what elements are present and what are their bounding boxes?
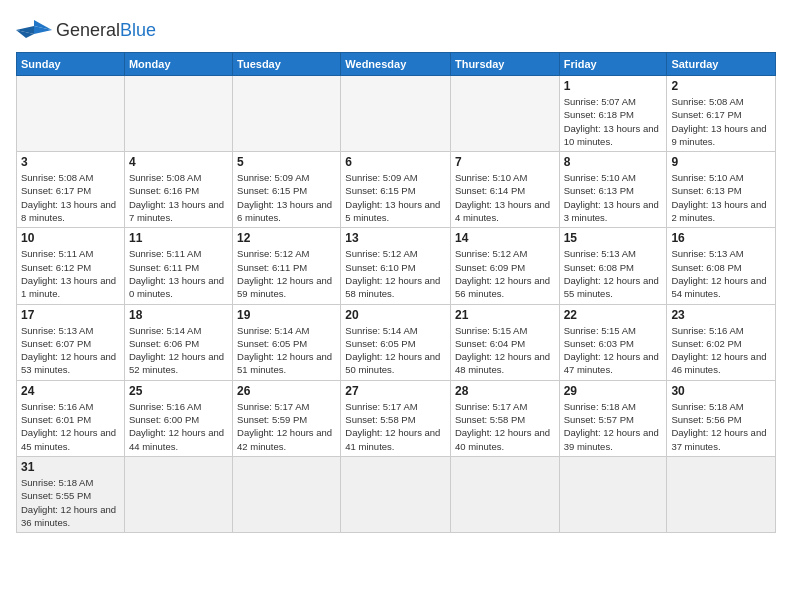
calendar-cell (559, 456, 667, 532)
day-info: Sunrise: 5:16 AM Sunset: 6:00 PM Dayligh… (129, 400, 228, 453)
day-number: 21 (455, 308, 555, 322)
day-info: Sunrise: 5:14 AM Sunset: 6:06 PM Dayligh… (129, 324, 228, 377)
day-number: 28 (455, 384, 555, 398)
day-info: Sunrise: 5:13 AM Sunset: 6:08 PM Dayligh… (671, 247, 771, 300)
day-info: Sunrise: 5:15 AM Sunset: 6:04 PM Dayligh… (455, 324, 555, 377)
header: GeneralBlue (16, 16, 776, 44)
day-info: Sunrise: 5:10 AM Sunset: 6:13 PM Dayligh… (671, 171, 771, 224)
day-info: Sunrise: 5:13 AM Sunset: 6:08 PM Dayligh… (564, 247, 663, 300)
calendar-cell: 26Sunrise: 5:17 AM Sunset: 5:59 PM Dayli… (233, 380, 341, 456)
calendar-cell: 2Sunrise: 5:08 AM Sunset: 6:17 PM Daylig… (667, 76, 776, 152)
weekday-header-wednesday: Wednesday (341, 53, 451, 76)
day-info: Sunrise: 5:15 AM Sunset: 6:03 PM Dayligh… (564, 324, 663, 377)
logo-general: GeneralBlue (56, 20, 156, 40)
calendar-cell: 1Sunrise: 5:07 AM Sunset: 6:18 PM Daylig… (559, 76, 667, 152)
day-number: 4 (129, 155, 228, 169)
day-info: Sunrise: 5:17 AM Sunset: 5:58 PM Dayligh… (345, 400, 446, 453)
calendar-cell: 28Sunrise: 5:17 AM Sunset: 5:58 PM Dayli… (450, 380, 559, 456)
weekday-header-sunday: Sunday (17, 53, 125, 76)
calendar-cell (341, 76, 451, 152)
page: GeneralBlue SundayMondayTuesdayWednesday… (0, 0, 792, 612)
day-info: Sunrise: 5:10 AM Sunset: 6:13 PM Dayligh… (564, 171, 663, 224)
logo-icon (16, 16, 52, 44)
calendar-cell: 12Sunrise: 5:12 AM Sunset: 6:11 PM Dayli… (233, 228, 341, 304)
day-info: Sunrise: 5:07 AM Sunset: 6:18 PM Dayligh… (564, 95, 663, 148)
day-info: Sunrise: 5:08 AM Sunset: 6:17 PM Dayligh… (21, 171, 120, 224)
day-info: Sunrise: 5:18 AM Sunset: 5:56 PM Dayligh… (671, 400, 771, 453)
calendar-cell: 14Sunrise: 5:12 AM Sunset: 6:09 PM Dayli… (450, 228, 559, 304)
calendar-header: SundayMondayTuesdayWednesdayThursdayFrid… (17, 53, 776, 76)
day-number: 7 (455, 155, 555, 169)
day-info: Sunrise: 5:14 AM Sunset: 6:05 PM Dayligh… (237, 324, 336, 377)
calendar-cell: 17Sunrise: 5:13 AM Sunset: 6:07 PM Dayli… (17, 304, 125, 380)
day-info: Sunrise: 5:12 AM Sunset: 6:10 PM Dayligh… (345, 247, 446, 300)
day-number: 25 (129, 384, 228, 398)
day-info: Sunrise: 5:09 AM Sunset: 6:15 PM Dayligh… (345, 171, 446, 224)
day-number: 10 (21, 231, 120, 245)
day-number: 13 (345, 231, 446, 245)
day-number: 11 (129, 231, 228, 245)
day-number: 22 (564, 308, 663, 322)
calendar-cell: 6Sunrise: 5:09 AM Sunset: 6:15 PM Daylig… (341, 152, 451, 228)
calendar-cell: 5Sunrise: 5:09 AM Sunset: 6:15 PM Daylig… (233, 152, 341, 228)
day-info: Sunrise: 5:13 AM Sunset: 6:07 PM Dayligh… (21, 324, 120, 377)
calendar-cell: 21Sunrise: 5:15 AM Sunset: 6:04 PM Dayli… (450, 304, 559, 380)
day-number: 29 (564, 384, 663, 398)
day-number: 5 (237, 155, 336, 169)
day-number: 23 (671, 308, 771, 322)
day-number: 1 (564, 79, 663, 93)
logo-text: GeneralBlue (56, 21, 156, 40)
calendar-cell: 24Sunrise: 5:16 AM Sunset: 6:01 PM Dayli… (17, 380, 125, 456)
day-info: Sunrise: 5:11 AM Sunset: 6:11 PM Dayligh… (129, 247, 228, 300)
calendar-cell: 27Sunrise: 5:17 AM Sunset: 5:58 PM Dayli… (341, 380, 451, 456)
calendar-cell: 23Sunrise: 5:16 AM Sunset: 6:02 PM Dayli… (667, 304, 776, 380)
calendar-week-0: 1Sunrise: 5:07 AM Sunset: 6:18 PM Daylig… (17, 76, 776, 152)
calendar-cell: 16Sunrise: 5:13 AM Sunset: 6:08 PM Dayli… (667, 228, 776, 304)
day-info: Sunrise: 5:11 AM Sunset: 6:12 PM Dayligh… (21, 247, 120, 300)
day-info: Sunrise: 5:16 AM Sunset: 6:02 PM Dayligh… (671, 324, 771, 377)
calendar-cell (124, 456, 232, 532)
day-number: 3 (21, 155, 120, 169)
day-number: 16 (671, 231, 771, 245)
calendar-cell: 22Sunrise: 5:15 AM Sunset: 6:03 PM Dayli… (559, 304, 667, 380)
day-info: Sunrise: 5:16 AM Sunset: 6:01 PM Dayligh… (21, 400, 120, 453)
calendar: SundayMondayTuesdayWednesdayThursdayFrid… (16, 52, 776, 533)
day-info: Sunrise: 5:17 AM Sunset: 5:58 PM Dayligh… (455, 400, 555, 453)
day-number: 15 (564, 231, 663, 245)
day-number: 19 (237, 308, 336, 322)
calendar-cell: 11Sunrise: 5:11 AM Sunset: 6:11 PM Dayli… (124, 228, 232, 304)
day-info: Sunrise: 5:10 AM Sunset: 6:14 PM Dayligh… (455, 171, 555, 224)
day-number: 24 (21, 384, 120, 398)
calendar-cell (233, 76, 341, 152)
day-number: 14 (455, 231, 555, 245)
calendar-cell: 20Sunrise: 5:14 AM Sunset: 6:05 PM Dayli… (341, 304, 451, 380)
calendar-cell: 13Sunrise: 5:12 AM Sunset: 6:10 PM Dayli… (341, 228, 451, 304)
day-info: Sunrise: 5:12 AM Sunset: 6:09 PM Dayligh… (455, 247, 555, 300)
weekday-row: SundayMondayTuesdayWednesdayThursdayFrid… (17, 53, 776, 76)
calendar-cell: 10Sunrise: 5:11 AM Sunset: 6:12 PM Dayli… (17, 228, 125, 304)
calendar-week-2: 10Sunrise: 5:11 AM Sunset: 6:12 PM Dayli… (17, 228, 776, 304)
weekday-header-friday: Friday (559, 53, 667, 76)
calendar-cell (124, 76, 232, 152)
weekday-header-thursday: Thursday (450, 53, 559, 76)
day-info: Sunrise: 5:08 AM Sunset: 6:17 PM Dayligh… (671, 95, 771, 148)
day-info: Sunrise: 5:14 AM Sunset: 6:05 PM Dayligh… (345, 324, 446, 377)
calendar-cell: 18Sunrise: 5:14 AM Sunset: 6:06 PM Dayli… (124, 304, 232, 380)
calendar-cell (341, 456, 451, 532)
calendar-cell: 8Sunrise: 5:10 AM Sunset: 6:13 PM Daylig… (559, 152, 667, 228)
day-number: 8 (564, 155, 663, 169)
day-number: 2 (671, 79, 771, 93)
logo: GeneralBlue (16, 16, 156, 44)
day-number: 26 (237, 384, 336, 398)
day-info: Sunrise: 5:09 AM Sunset: 6:15 PM Dayligh… (237, 171, 336, 224)
day-number: 27 (345, 384, 446, 398)
calendar-week-3: 17Sunrise: 5:13 AM Sunset: 6:07 PM Dayli… (17, 304, 776, 380)
weekday-header-tuesday: Tuesday (233, 53, 341, 76)
calendar-cell (17, 76, 125, 152)
calendar-cell: 15Sunrise: 5:13 AM Sunset: 6:08 PM Dayli… (559, 228, 667, 304)
calendar-cell: 30Sunrise: 5:18 AM Sunset: 5:56 PM Dayli… (667, 380, 776, 456)
calendar-cell: 3Sunrise: 5:08 AM Sunset: 6:17 PM Daylig… (17, 152, 125, 228)
day-number: 12 (237, 231, 336, 245)
calendar-cell (450, 456, 559, 532)
calendar-cell: 4Sunrise: 5:08 AM Sunset: 6:16 PM Daylig… (124, 152, 232, 228)
